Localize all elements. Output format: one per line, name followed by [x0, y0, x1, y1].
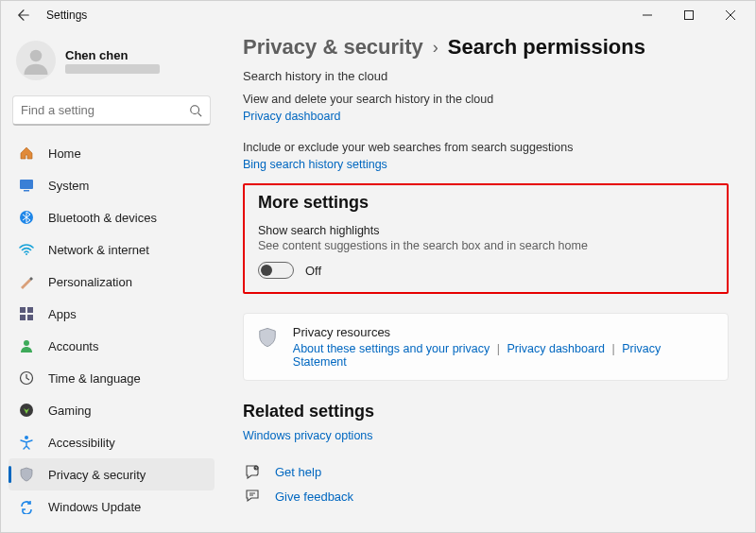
- page-title: Search permissions: [448, 35, 645, 60]
- cloud-history-desc: View and delete your search history in t…: [243, 93, 729, 106]
- toggle-state-label: Off: [305, 264, 321, 278]
- help-icon: ?: [243, 464, 262, 479]
- sidebar-search[interactable]: [12, 95, 211, 126]
- apps-icon: [18, 305, 35, 322]
- sidebar-item-label: Bluetooth & devices: [48, 211, 157, 225]
- close-button[interactable]: [710, 1, 751, 29]
- search-highlights-heading: Show search highlights: [258, 224, 713, 237]
- back-button[interactable]: [12, 4, 35, 26]
- sidebar-item-label: System: [48, 179, 89, 193]
- sidebar-item-bluetooth[interactable]: Bluetooth & devices: [9, 201, 215, 233]
- more-settings-title: More settings: [258, 193, 713, 213]
- bluetooth-icon: [18, 209, 35, 226]
- sidebar-item-label: Time & language: [48, 371, 141, 386]
- sidebar-nav: Home System Bluetooth & devices Network …: [9, 137, 215, 524]
- svg-rect-1: [685, 11, 694, 20]
- home-icon: [18, 145, 35, 162]
- update-icon: [18, 498, 35, 515]
- sidebar-item-gaming[interactable]: Gaming: [9, 394, 215, 426]
- account-info[interactable]: Chen chen: [9, 35, 215, 90]
- maximize-button[interactable]: [668, 1, 710, 29]
- svg-rect-7: [20, 180, 33, 189]
- separator: |: [497, 342, 500, 355]
- search-highlights-toggle[interactable]: [258, 262, 294, 279]
- sidebar-item-label: Accessibility: [48, 436, 115, 450]
- related-settings-title: Related settings: [243, 402, 729, 421]
- separator: |: [612, 342, 615, 355]
- resources-title: Privacy resources: [293, 325, 714, 339]
- accounts-icon: [18, 337, 35, 354]
- wifi-icon: [18, 241, 35, 258]
- chevron-right-icon: ›: [433, 38, 438, 58]
- cloud-history-title: Search history in the cloud: [243, 69, 729, 83]
- svg-point-18: [25, 436, 28, 439]
- get-help-row[interactable]: ? Get help: [243, 464, 729, 479]
- svg-rect-13: [20, 315, 26, 320]
- svg-rect-14: [27, 315, 33, 320]
- sidebar-item-label: Accounts: [48, 339, 98, 353]
- search-icon: [189, 104, 202, 117]
- privacy-dashboard-link-2[interactable]: Privacy dashboard: [507, 342, 605, 355]
- svg-point-4: [30, 50, 43, 62]
- sidebar-item-system[interactable]: System: [9, 169, 215, 201]
- sidebar-item-home[interactable]: Home: [9, 137, 215, 169]
- privacy-dashboard-link[interactable]: Privacy dashboard: [243, 110, 341, 123]
- breadcrumb: Privacy & security › Search permissions: [243, 35, 729, 60]
- svg-point-5: [191, 105, 199, 113]
- minimize-button[interactable]: [627, 1, 668, 29]
- close-icon: [726, 10, 735, 20]
- windows-privacy-options-link[interactable]: Windows privacy options: [243, 429, 373, 442]
- web-search-desc: Include or exclude your web searches fro…: [243, 141, 729, 154]
- sidebar-item-network[interactable]: Network & internet: [9, 233, 215, 266]
- svg-line-6: [198, 112, 202, 116]
- minimize-icon: [643, 10, 652, 20]
- maximize-icon: [684, 10, 694, 20]
- paint-icon: [18, 273, 35, 290]
- settings-window: Settings Chen chen Home Syste: [0, 0, 756, 533]
- svg-rect-8: [24, 190, 29, 192]
- sidebar-item-label: Privacy & security: [48, 468, 146, 482]
- arrow-left-icon: [17, 9, 30, 22]
- sidebar-item-accessibility[interactable]: Accessibility: [9, 426, 215, 458]
- avatar: [16, 41, 56, 80]
- get-help-link[interactable]: Get help: [275, 465, 321, 479]
- sidebar-item-privacy[interactable]: Privacy & security: [9, 458, 215, 490]
- main-content: Privacy & security › Search permissions …: [222, 29, 755, 532]
- svg-rect-12: [27, 307, 33, 313]
- clock-icon: [18, 370, 35, 387]
- search-highlights-sub: See content suggestions in the search bo…: [258, 239, 713, 252]
- bing-history-link[interactable]: Bing search history settings: [243, 158, 387, 171]
- about-settings-privacy-link[interactable]: About these settings and your privacy: [293, 342, 490, 355]
- breadcrumb-parent[interactable]: Privacy & security: [243, 35, 423, 60]
- svg-point-15: [24, 340, 29, 346]
- give-feedback-link[interactable]: Give feedback: [275, 490, 353, 504]
- sidebar: Chen chen Home System Bluetooth & device…: [1, 29, 222, 532]
- search-input[interactable]: [21, 103, 189, 117]
- give-feedback-row[interactable]: Give feedback: [243, 489, 729, 504]
- sidebar-item-update[interactable]: Windows Update: [9, 490, 215, 523]
- sidebar-item-label: Gaming: [48, 404, 92, 418]
- more-settings-highlight: More settings Show search highlights See…: [243, 183, 729, 294]
- toggle-knob: [261, 265, 272, 276]
- sidebar-item-label: Home: [48, 146, 81, 161]
- sidebar-item-label: Network & internet: [48, 243, 149, 257]
- window-title: Settings: [46, 9, 87, 22]
- system-icon: [18, 177, 35, 194]
- shield-icon: [18, 466, 35, 483]
- sidebar-item-apps[interactable]: Apps: [9, 298, 215, 330]
- privacy-resources-card: Privacy resources About these settings a…: [243, 313, 729, 381]
- sidebar-item-accounts[interactable]: Accounts: [9, 330, 215, 362]
- accessibility-icon: [18, 434, 35, 451]
- sidebar-item-label: Personalization: [48, 275, 132, 289]
- svg-rect-11: [20, 307, 26, 313]
- svg-point-10: [26, 253, 27, 255]
- sidebar-item-time[interactable]: Time & language: [9, 362, 215, 394]
- shield-icon: [257, 327, 280, 350]
- feedback-icon: [243, 489, 262, 504]
- account-email-redacted: [65, 64, 160, 74]
- titlebar: Settings: [1, 1, 755, 29]
- gaming-icon: [18, 402, 35, 419]
- sidebar-item-personalization[interactable]: Personalization: [9, 266, 215, 298]
- person-icon: [22, 46, 50, 75]
- resources-links: About these settings and your privacy | …: [293, 342, 714, 369]
